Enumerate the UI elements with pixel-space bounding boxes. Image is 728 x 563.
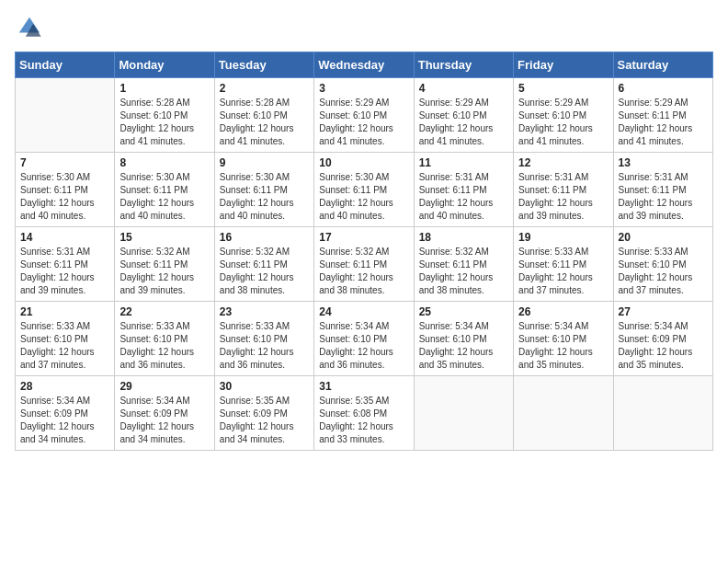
header-sunday: Sunday [16, 52, 115, 78]
day-number: 12 [518, 156, 608, 169]
calendar-cell: 19Sunrise: 5:33 AMSunset: 6:11 PMDayligh… [514, 227, 613, 302]
day-info: Sunrise: 5:34 AMSunset: 6:09 PMDaylight:… [619, 320, 708, 372]
day-number: 16 [220, 231, 309, 244]
calendar-cell: 1Sunrise: 5:28 AMSunset: 6:10 PMDaylight… [115, 78, 214, 153]
calendar-cell: 27Sunrise: 5:34 AMSunset: 6:09 PMDayligh… [613, 302, 712, 376]
calendar-cell [16, 78, 115, 153]
day-info: Sunrise: 5:34 AMSunset: 6:10 PMDaylight:… [319, 320, 408, 372]
day-info: Sunrise: 5:34 AMSunset: 6:09 PMDaylight:… [119, 395, 209, 446]
calendar-cell: 24Sunrise: 5:34 AMSunset: 6:10 PMDayligh… [314, 302, 414, 376]
day-info: Sunrise: 5:32 AMSunset: 6:11 PMDaylight:… [119, 246, 209, 297]
day-number: 17 [319, 231, 408, 244]
logo-icon [17, 15, 42, 40]
day-info: Sunrise: 5:32 AMSunset: 6:11 PMDaylight:… [319, 246, 408, 297]
calendar-cell: 12Sunrise: 5:31 AMSunset: 6:11 PMDayligh… [514, 153, 613, 227]
day-info: Sunrise: 5:28 AMSunset: 6:10 PMDaylight:… [119, 97, 209, 148]
day-info: Sunrise: 5:34 AMSunset: 6:09 PMDaylight:… [20, 395, 109, 446]
header-tuesday: Tuesday [214, 52, 313, 78]
day-number: 22 [119, 305, 209, 318]
day-info: Sunrise: 5:35 AMSunset: 6:08 PMDaylight:… [319, 395, 408, 446]
day-number: 4 [419, 82, 508, 95]
calendar-cell: 14Sunrise: 5:31 AMSunset: 6:11 PMDayligh… [16, 227, 115, 302]
day-number: 26 [518, 305, 608, 318]
calendar-cell: 26Sunrise: 5:34 AMSunset: 6:10 PMDayligh… [514, 302, 613, 376]
calendar-cell [613, 376, 712, 451]
calendar-cell: 17Sunrise: 5:32 AMSunset: 6:11 PMDayligh… [314, 227, 414, 302]
day-number: 10 [319, 156, 408, 169]
day-info: Sunrise: 5:33 AMSunset: 6:10 PMDaylight:… [20, 320, 109, 372]
day-number: 9 [220, 156, 309, 169]
calendar-cell: 20Sunrise: 5:33 AMSunset: 6:10 PMDayligh… [613, 227, 712, 302]
calendar-cell: 10Sunrise: 5:30 AMSunset: 6:11 PMDayligh… [314, 153, 414, 227]
calendar-cell: 13Sunrise: 5:31 AMSunset: 6:11 PMDayligh… [613, 153, 712, 227]
day-number: 25 [419, 305, 508, 318]
day-number: 2 [220, 82, 309, 95]
day-number: 27 [619, 305, 708, 318]
calendar-cell: 30Sunrise: 5:35 AMSunset: 6:09 PMDayligh… [214, 376, 313, 451]
day-number: 29 [119, 380, 209, 393]
day-info: Sunrise: 5:33 AMSunset: 6:10 PMDaylight:… [619, 246, 708, 297]
day-info: Sunrise: 5:31 AMSunset: 6:11 PMDaylight:… [518, 171, 608, 223]
calendar-cell: 22Sunrise: 5:33 AMSunset: 6:10 PMDayligh… [115, 302, 214, 376]
calendar-week-row: 7Sunrise: 5:30 AMSunset: 6:11 PMDaylight… [16, 153, 713, 227]
calendar-cell: 23Sunrise: 5:33 AMSunset: 6:10 PMDayligh… [214, 302, 313, 376]
calendar-cell [514, 376, 613, 451]
calendar-week-row: 21Sunrise: 5:33 AMSunset: 6:10 PMDayligh… [16, 302, 713, 376]
day-info: Sunrise: 5:29 AMSunset: 6:10 PMDaylight:… [518, 97, 608, 148]
day-info: Sunrise: 5:32 AMSunset: 6:11 PMDaylight:… [220, 246, 309, 297]
calendar-cell: 15Sunrise: 5:32 AMSunset: 6:11 PMDayligh… [115, 227, 214, 302]
day-number: 14 [20, 231, 109, 244]
day-number: 6 [619, 82, 708, 95]
day-number: 31 [319, 380, 408, 393]
header-monday: Monday [115, 52, 214, 78]
day-number: 5 [518, 82, 608, 95]
day-info: Sunrise: 5:31 AMSunset: 6:11 PMDaylight:… [20, 246, 109, 297]
calendar-cell: 5Sunrise: 5:29 AMSunset: 6:10 PMDaylight… [514, 78, 613, 153]
day-number: 20 [619, 231, 708, 244]
header-saturday: Saturday [613, 52, 712, 78]
day-info: Sunrise: 5:34 AMSunset: 6:10 PMDaylight:… [419, 320, 508, 372]
logo [15, 15, 44, 44]
header-wednesday: Wednesday [314, 52, 414, 78]
calendar-cell: 2Sunrise: 5:28 AMSunset: 6:10 PMDaylight… [214, 78, 313, 153]
calendar-week-row: 14Sunrise: 5:31 AMSunset: 6:11 PMDayligh… [16, 227, 713, 302]
calendar-cell: 8Sunrise: 5:30 AMSunset: 6:11 PMDaylight… [115, 153, 214, 227]
day-info: Sunrise: 5:28 AMSunset: 6:10 PMDaylight:… [220, 97, 309, 148]
calendar-cell [414, 376, 513, 451]
calendar-table: SundayMondayTuesdayWednesdayThursdayFrid… [15, 52, 713, 451]
calendar-cell: 21Sunrise: 5:33 AMSunset: 6:10 PMDayligh… [16, 302, 115, 376]
calendar-cell: 6Sunrise: 5:29 AMSunset: 6:11 PMDaylight… [613, 78, 712, 153]
day-info: Sunrise: 5:33 AMSunset: 6:10 PMDaylight:… [220, 320, 309, 372]
calendar-cell: 3Sunrise: 5:29 AMSunset: 6:10 PMDaylight… [314, 78, 414, 153]
calendar-header-row: SundayMondayTuesdayWednesdayThursdayFrid… [16, 52, 713, 78]
day-number: 1 [119, 82, 209, 95]
header-friday: Friday [514, 52, 613, 78]
day-number: 3 [319, 82, 408, 95]
day-info: Sunrise: 5:35 AMSunset: 6:09 PMDaylight:… [220, 395, 309, 446]
day-info: Sunrise: 5:33 AMSunset: 6:10 PMDaylight:… [119, 320, 209, 372]
calendar-cell: 28Sunrise: 5:34 AMSunset: 6:09 PMDayligh… [16, 376, 115, 451]
day-number: 7 [20, 156, 109, 169]
calendar-cell: 18Sunrise: 5:32 AMSunset: 6:11 PMDayligh… [414, 227, 513, 302]
day-number: 24 [319, 305, 408, 318]
calendar-cell: 7Sunrise: 5:30 AMSunset: 6:11 PMDaylight… [16, 153, 115, 227]
calendar-cell: 29Sunrise: 5:34 AMSunset: 6:09 PMDayligh… [115, 376, 214, 451]
calendar-week-row: 28Sunrise: 5:34 AMSunset: 6:09 PMDayligh… [16, 376, 713, 451]
calendar-cell: 25Sunrise: 5:34 AMSunset: 6:10 PMDayligh… [414, 302, 513, 376]
day-info: Sunrise: 5:30 AMSunset: 6:11 PMDaylight:… [20, 171, 109, 223]
day-info: Sunrise: 5:31 AMSunset: 6:11 PMDaylight:… [419, 171, 508, 223]
day-info: Sunrise: 5:32 AMSunset: 6:11 PMDaylight:… [419, 246, 508, 297]
day-number: 19 [518, 231, 608, 244]
day-info: Sunrise: 5:30 AMSunset: 6:11 PMDaylight:… [319, 171, 408, 223]
calendar-cell: 4Sunrise: 5:29 AMSunset: 6:10 PMDaylight… [414, 78, 513, 153]
header-thursday: Thursday [414, 52, 513, 78]
day-number: 11 [419, 156, 508, 169]
day-number: 13 [619, 156, 708, 169]
day-info: Sunrise: 5:29 AMSunset: 6:10 PMDaylight:… [419, 97, 508, 148]
day-info: Sunrise: 5:34 AMSunset: 6:10 PMDaylight:… [518, 320, 608, 372]
day-info: Sunrise: 5:30 AMSunset: 6:11 PMDaylight:… [119, 171, 209, 223]
day-number: 8 [119, 156, 209, 169]
day-number: 30 [220, 380, 309, 393]
calendar-cell: 9Sunrise: 5:30 AMSunset: 6:11 PMDaylight… [214, 153, 313, 227]
day-number: 28 [20, 380, 109, 393]
